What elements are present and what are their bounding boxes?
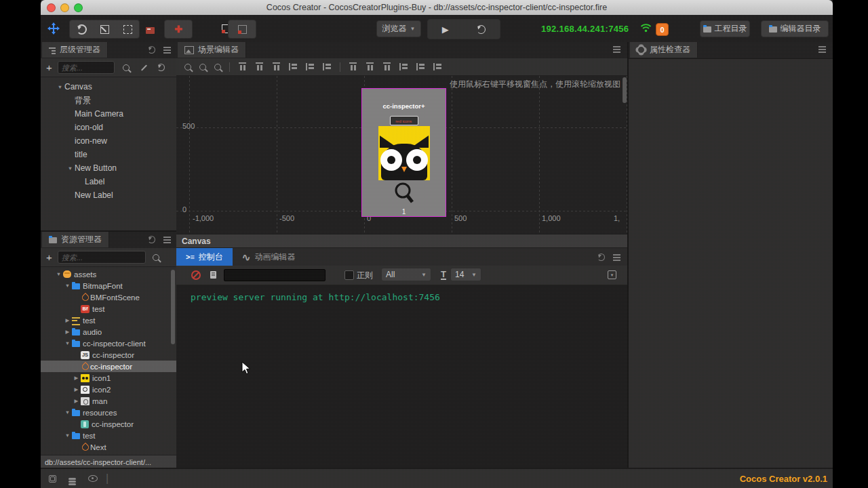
notification-badge[interactable]: 0 [656, 23, 669, 36]
canvas-node[interactable]: cc-inspector+ red icons [361, 88, 446, 217]
expand-arrow-icon[interactable]: ▼ [63, 283, 72, 289]
asset-node[interactable]: ▼BitmapFont [41, 280, 176, 291]
move-tool-icon[interactable] [47, 22, 60, 37]
scene-view[interactable]: -1,000-50005001,0001, 5000 使用鼠标右键平移视窗焦点，… [176, 76, 627, 234]
font-size-dropdown[interactable]: 14 ▼ [450, 268, 481, 281]
refresh-icon[interactable] [157, 64, 165, 71]
expand-arrow-icon[interactable]: ▼ [66, 165, 75, 171]
eye-icon[interactable] [88, 475, 98, 482]
search-icon[interactable] [153, 254, 159, 261]
asset-node[interactable]: ▶test [41, 314, 176, 326]
console-filter-input[interactable] [224, 269, 326, 281]
open-log-file-icon[interactable] [210, 271, 216, 279]
hierarchy-node[interactable]: New Label [41, 188, 176, 202]
asset-node[interactable]: BMFontScene [41, 291, 176, 303]
add-node-button[interactable]: + [46, 62, 52, 73]
align-v-center-icon[interactable] [256, 62, 263, 71]
sync-icon[interactable] [49, 475, 56, 483]
expand-arrow-icon[interactable]: ▶ [72, 375, 81, 381]
minimize-window-button[interactable] [60, 3, 69, 12]
search-icon[interactable] [123, 64, 130, 71]
assets-tab[interactable]: 资源管理器 [42, 232, 109, 247]
detach-icon[interactable]: ▾ [608, 270, 616, 279]
hierarchy-node[interactable]: Main Camera [41, 107, 176, 121]
panel-menu-icon[interactable] [818, 46, 826, 47]
editor-dir-button[interactable]: 编辑器目录 [761, 20, 829, 37]
asset-node[interactable]: JScc-inspector [41, 349, 176, 361]
link-node-icon[interactable] [141, 64, 147, 70]
regex-checkbox[interactable] [344, 270, 354, 280]
panel-menu-icon[interactable] [163, 47, 171, 48]
owl-sprite[interactable] [378, 126, 430, 180]
expand-arrow-icon[interactable]: ▼ [54, 271, 63, 277]
refresh-icon[interactable] [148, 236, 155, 243]
expand-arrow-icon[interactable]: ▶ [63, 329, 72, 335]
refresh-icon[interactable] [597, 253, 605, 261]
hierarchy-node[interactable]: ▼Canvas [41, 80, 176, 94]
align-h-center-icon[interactable] [306, 63, 315, 70]
align-bottom-icon[interactable] [273, 62, 280, 71]
zoom-reset-icon[interactable] [199, 64, 206, 70]
asset-node[interactable]: cc-inspector [41, 418, 176, 430]
distribute-top-icon[interactable] [349, 62, 357, 71]
hierarchy-node[interactable]: icon-old [41, 121, 176, 134]
new-button-node[interactable]: red icons [390, 116, 418, 125]
distribute-bottom-icon[interactable] [383, 62, 391, 71]
hierarchy-node[interactable]: Label [41, 175, 176, 188]
asset-node[interactable]: ▶audio [41, 326, 176, 338]
expand-arrow-icon[interactable]: ▼ [63, 432, 72, 439]
align-top-icon[interactable] [239, 62, 246, 71]
align-left-icon[interactable] [289, 63, 298, 70]
tab-animation-editor[interactable]: ∿ 动画编辑器 [233, 248, 305, 266]
plugin-button-4[interactable] [228, 20, 256, 39]
asset-node[interactable]: Next [41, 441, 176, 453]
magnifier-sprite[interactable] [393, 182, 415, 209]
close-window-button[interactable] [47, 3, 56, 12]
hierarchy-node[interactable]: 背景 [41, 94, 176, 107]
expand-arrow-icon[interactable]: ▼ [63, 340, 72, 346]
asset-node[interactable]: ▼resources [41, 407, 176, 418]
align-right-icon[interactable] [323, 63, 332, 70]
asset-node[interactable]: ▶man [41, 395, 176, 407]
expand-arrow-icon[interactable]: ▼ [63, 409, 72, 415]
project-dir-button[interactable]: 工程目录 [700, 20, 750, 37]
expand-arrow-icon[interactable]: ▼ [56, 84, 64, 90]
zoom-window-button[interactable] [74, 3, 83, 12]
hierarchy-node[interactable]: title [41, 148, 176, 161]
distribute-right-icon[interactable] [433, 63, 442, 70]
log-level-dropdown[interactable]: All ▼ [381, 268, 431, 281]
expand-arrow-icon[interactable]: ▶ [72, 386, 81, 392]
add-asset-button[interactable]: + [46, 252, 52, 262]
scene-tab[interactable]: 场景编辑器 [178, 42, 246, 58]
asset-node[interactable]: ▼test [41, 430, 176, 441]
asset-node[interactable]: ▼cc-inspector-client [41, 338, 176, 349]
distribute-v-center-icon[interactable] [366, 62, 374, 71]
distribute-left-icon[interactable] [399, 63, 408, 70]
expand-arrow-icon[interactable]: ▶ [63, 317, 72, 323]
play-button[interactable]: ▶ [442, 24, 449, 35]
panel-menu-icon[interactable] [613, 46, 620, 47]
hierarchy-node[interactable]: ▼New Button [41, 161, 176, 175]
server-icon[interactable] [68, 478, 76, 480]
zoom-in-icon[interactable] [214, 64, 221, 70]
assets-search-input[interactable] [58, 251, 146, 264]
distribute-h-center-icon[interactable] [416, 63, 425, 70]
panel-menu-icon[interactable] [613, 254, 620, 256]
hierarchy-node[interactable]: icon-new [41, 134, 176, 148]
preview-target-dropdown[interactable]: 浏览器 ▼ [376, 20, 421, 37]
rotate-tool-icon[interactable] [77, 24, 87, 35]
zoom-out-icon[interactable] [184, 64, 191, 70]
tab-console[interactable]: >≡ 控制台 [176, 248, 233, 266]
asset-node[interactable]: ▶icon2 [41, 384, 176, 395]
refresh-icon[interactable] [148, 46, 155, 54]
panel-menu-icon[interactable] [163, 237, 171, 238]
asset-node[interactable]: ▼assets [41, 268, 176, 280]
scene-scrollbar[interactable] [623, 77, 627, 103]
inspector-tab[interactable]: 属性检查器 [630, 42, 698, 58]
asset-node[interactable]: Bftest [41, 303, 176, 314]
assets-scrollbar[interactable] [171, 270, 175, 344]
asset-node[interactable]: ▶icon1 [41, 372, 176, 384]
plugin-picture-icon[interactable] [146, 27, 155, 34]
scale-tool-icon[interactable] [100, 25, 109, 34]
expand-arrow-icon[interactable]: ▶ [72, 398, 81, 404]
